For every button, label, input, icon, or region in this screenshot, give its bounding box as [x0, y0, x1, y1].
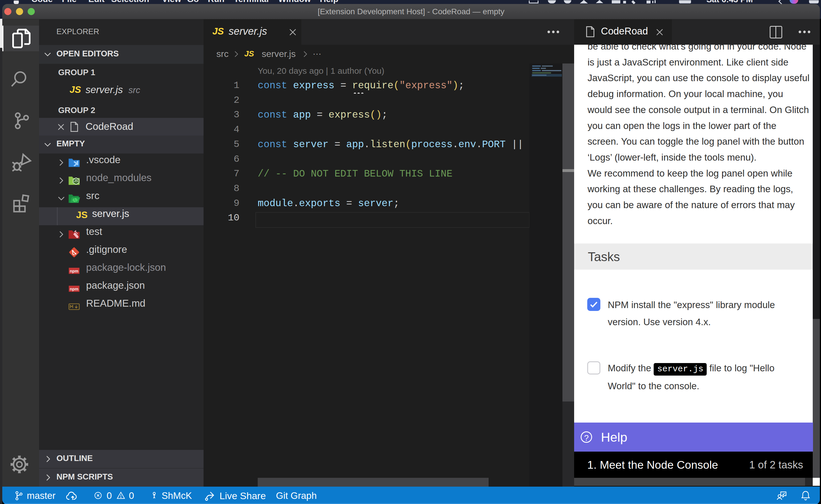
svg-text:npm: npm: [70, 269, 78, 273]
svg-text:npm: npm: [70, 287, 78, 291]
svg-text:JS: JS: [74, 179, 78, 183]
